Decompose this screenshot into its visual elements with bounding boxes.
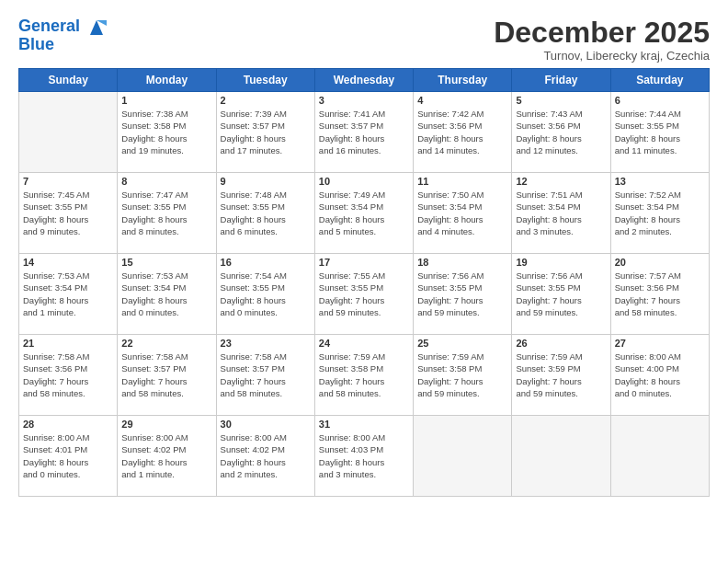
cell-details: Sunrise: 7:51 AMSunset: 3:54 PMDaylight:… [516, 189, 606, 237]
cell-details: Sunrise: 7:42 AMSunset: 3:56 PMDaylight:… [417, 108, 507, 156]
calendar-cell: 26Sunrise: 7:59 AMSunset: 3:59 PMDayligh… [512, 335, 610, 416]
cell-details: Sunrise: 8:00 AMSunset: 4:02 PMDaylight:… [121, 431, 211, 480]
calendar-cell: 15Sunrise: 7:53 AMSunset: 3:54 PMDayligh… [118, 254, 216, 335]
calendar-cell: 1Sunrise: 7:38 AMSunset: 3:58 PMDaylight… [118, 92, 216, 173]
cell-details: Sunrise: 7:56 AMSunset: 3:55 PMDaylight:… [417, 270, 507, 318]
day-number: 26 [516, 338, 606, 349]
cell-details: Sunrise: 7:50 AMSunset: 3:54 PMDaylight:… [417, 189, 507, 237]
calendar-cell: 29Sunrise: 8:00 AMSunset: 4:02 PMDayligh… [118, 416, 216, 497]
cell-details: Sunrise: 7:58 AMSunset: 3:56 PMDaylight:… [23, 350, 113, 399]
cell-details: Sunrise: 7:56 AMSunset: 3:55 PMDaylight:… [516, 270, 606, 318]
calendar-cell [19, 92, 118, 173]
day-number: 25 [417, 338, 507, 349]
logo: General Blue [18, 17, 107, 53]
day-number: 8 [121, 176, 211, 187]
cell-details: Sunrise: 8:00 AMSunset: 4:01 PMDaylight:… [23, 431, 113, 480]
cell-details: Sunrise: 7:45 AMSunset: 3:55 PMDaylight:… [23, 189, 113, 237]
calendar-cell: 21Sunrise: 7:58 AMSunset: 3:56 PMDayligh… [19, 335, 118, 416]
calendar-cell: 10Sunrise: 7:49 AMSunset: 3:54 PMDayligh… [314, 173, 413, 254]
calendar-cell: 22Sunrise: 7:58 AMSunset: 3:57 PMDayligh… [118, 335, 216, 416]
calendar-cell: 14Sunrise: 7:53 AMSunset: 3:54 PMDayligh… [19, 254, 118, 335]
calendar-cell [414, 416, 512, 497]
calendar-cell: 16Sunrise: 7:54 AMSunset: 3:55 PMDayligh… [216, 254, 314, 335]
cell-details: Sunrise: 7:41 AMSunset: 3:57 PMDaylight:… [319, 108, 409, 156]
day-header-monday: Monday [118, 69, 216, 92]
calendar-cell: 17Sunrise: 7:55 AMSunset: 3:55 PMDayligh… [314, 254, 413, 335]
day-number: 29 [121, 419, 211, 430]
day-header-wednesday: Wednesday [314, 69, 413, 92]
cell-details: Sunrise: 8:00 AMSunset: 4:00 PMDaylight:… [615, 350, 705, 399]
calendar-cell: 13Sunrise: 7:52 AMSunset: 3:54 PMDayligh… [610, 173, 709, 254]
cell-details: Sunrise: 7:59 AMSunset: 3:59 PMDaylight:… [516, 350, 606, 399]
day-header-saturday: Saturday [610, 69, 709, 92]
day-number: 3 [319, 95, 409, 106]
cell-details: Sunrise: 7:58 AMSunset: 3:57 PMDaylight:… [221, 350, 311, 399]
day-number: 18 [417, 257, 507, 268]
day-number: 23 [221, 338, 311, 349]
cell-details: Sunrise: 7:47 AMSunset: 3:55 PMDaylight:… [121, 189, 211, 237]
calendar-cell: 25Sunrise: 7:59 AMSunset: 3:58 PMDayligh… [414, 335, 512, 416]
calendar-cell: 2Sunrise: 7:39 AMSunset: 3:57 PMDaylight… [216, 92, 314, 173]
cell-details: Sunrise: 7:58 AMSunset: 3:57 PMDaylight:… [121, 350, 211, 399]
cell-details: Sunrise: 7:54 AMSunset: 3:55 PMDaylight:… [221, 270, 311, 318]
cell-details: Sunrise: 7:49 AMSunset: 3:54 PMDaylight:… [319, 189, 409, 237]
cell-details: Sunrise: 7:52 AMSunset: 3:54 PMDaylight:… [615, 189, 705, 237]
cell-details: Sunrise: 8:00 AMSunset: 4:02 PMDaylight:… [221, 431, 311, 480]
page-header: General Blue December 2025 Turnov, Liber… [18, 17, 710, 63]
calendar-cell: 27Sunrise: 8:00 AMSunset: 4:00 PMDayligh… [610, 335, 709, 416]
day-number: 4 [417, 95, 507, 106]
day-number: 16 [221, 257, 311, 268]
cell-details: Sunrise: 7:59 AMSunset: 3:58 PMDaylight:… [319, 350, 409, 399]
day-number: 7 [23, 176, 113, 187]
cell-details: Sunrise: 7:48 AMSunset: 3:55 PMDaylight:… [221, 189, 311, 237]
day-number: 5 [516, 95, 606, 106]
day-number: 12 [516, 176, 606, 187]
cell-details: Sunrise: 7:55 AMSunset: 3:55 PMDaylight:… [319, 270, 409, 318]
day-header-sunday: Sunday [19, 69, 118, 92]
calendar-table: SundayMondayTuesdayWednesdayThursdayFrid… [18, 68, 710, 497]
cell-details: Sunrise: 7:57 AMSunset: 3:56 PMDaylight:… [615, 270, 705, 318]
location-subtitle: Turnov, Liberecky kraj, Czechia [494, 49, 710, 63]
month-title: December 2025 [494, 17, 710, 49]
cell-details: Sunrise: 7:43 AMSunset: 3:56 PMDaylight:… [516, 108, 606, 156]
calendar-cell: 24Sunrise: 7:59 AMSunset: 3:58 PMDayligh… [314, 335, 413, 416]
calendar-cell: 23Sunrise: 7:58 AMSunset: 3:57 PMDayligh… [216, 335, 314, 416]
cell-details: Sunrise: 7:38 AMSunset: 3:58 PMDaylight:… [121, 108, 211, 156]
calendar-cell: 20Sunrise: 7:57 AMSunset: 3:56 PMDayligh… [610, 254, 709, 335]
cell-details: Sunrise: 7:59 AMSunset: 3:58 PMDaylight:… [417, 350, 507, 399]
day-header-friday: Friday [512, 69, 610, 92]
day-number: 19 [516, 257, 606, 268]
day-number: 27 [615, 338, 705, 349]
day-number: 1 [121, 95, 211, 106]
calendar-cell [512, 416, 610, 497]
day-number: 20 [615, 257, 705, 268]
cell-details: Sunrise: 8:00 AMSunset: 4:03 PMDaylight:… [319, 431, 409, 480]
cell-details: Sunrise: 7:53 AMSunset: 3:54 PMDaylight:… [23, 270, 113, 318]
day-header-thursday: Thursday [414, 69, 512, 92]
logo-subtext: Blue [18, 36, 107, 54]
calendar-cell [610, 416, 709, 497]
calendar-cell: 12Sunrise: 7:51 AMSunset: 3:54 PMDayligh… [512, 173, 610, 254]
day-number: 6 [615, 95, 705, 106]
day-number: 11 [417, 176, 507, 187]
logo-icon [86, 18, 107, 35]
calendar-cell: 28Sunrise: 8:00 AMSunset: 4:01 PMDayligh… [19, 416, 118, 497]
day-number: 24 [319, 338, 409, 349]
calendar-cell: 30Sunrise: 8:00 AMSunset: 4:02 PMDayligh… [216, 416, 314, 497]
calendar-cell: 5Sunrise: 7:43 AMSunset: 3:56 PMDaylight… [512, 92, 610, 173]
calendar-cell: 7Sunrise: 7:45 AMSunset: 3:55 PMDaylight… [19, 173, 118, 254]
cell-details: Sunrise: 7:39 AMSunset: 3:57 PMDaylight:… [221, 108, 311, 156]
cell-details: Sunrise: 7:44 AMSunset: 3:55 PMDaylight:… [615, 108, 705, 156]
day-number: 21 [23, 338, 113, 349]
day-number: 9 [221, 176, 311, 187]
calendar-cell: 11Sunrise: 7:50 AMSunset: 3:54 PMDayligh… [414, 173, 512, 254]
calendar-cell: 6Sunrise: 7:44 AMSunset: 3:55 PMDaylight… [610, 92, 709, 173]
day-number: 13 [615, 176, 705, 187]
day-number: 15 [121, 257, 211, 268]
day-number: 31 [319, 419, 409, 430]
calendar-cell: 19Sunrise: 7:56 AMSunset: 3:55 PMDayligh… [512, 254, 610, 335]
day-number: 14 [23, 257, 113, 268]
day-number: 28 [23, 419, 113, 430]
cell-details: Sunrise: 7:53 AMSunset: 3:54 PMDaylight:… [121, 270, 211, 318]
calendar-cell: 3Sunrise: 7:41 AMSunset: 3:57 PMDaylight… [314, 92, 413, 173]
